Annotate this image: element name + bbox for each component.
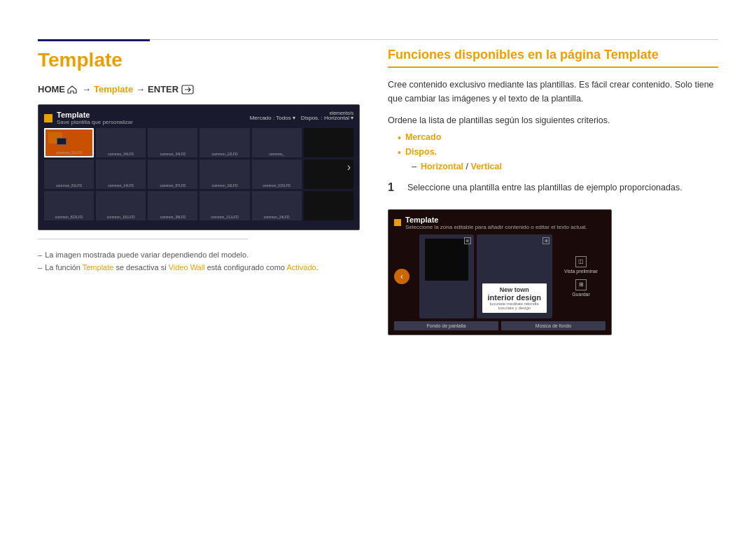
ts2-save-label: Guardar: [572, 292, 590, 297]
vertical-label: Vertical: [471, 162, 502, 171]
ts-title: Template: [57, 111, 133, 119]
ts-dropdown-mercado-label: Mercado : Todos: [250, 115, 291, 121]
note-1-text: La imagen mostrada puede variar dependie…: [45, 251, 248, 259]
ts2-title: Template: [405, 216, 587, 224]
chevron-down-icon: ▾: [293, 115, 295, 121]
cell-label: common_14LFD: [96, 183, 146, 188]
ts2-screens: ⊕ ⊕ New town interior design luxuriate m…: [419, 234, 552, 318]
table-row[interactable]: common_12LFD: [200, 128, 249, 157]
ts-dropdown-dispos[interactable]: Dispos. : Horizontal ▾: [301, 115, 354, 121]
ts2-small-icon-1: ⊕: [465, 238, 469, 243]
ts2-left-nav: ‹: [394, 234, 415, 318]
cell-label: common_822LFD: [44, 215, 94, 219]
table-row[interactable]: common_14LFD: [96, 160, 146, 189]
chevron-left-icon: ‹: [400, 272, 403, 281]
cell-label: common_81LFD: [44, 183, 94, 188]
cell-label: common_12LFD: [200, 152, 249, 156]
ts2-screen-main: ⊕ New town interior design luxuriate med…: [477, 234, 553, 318]
cell-label: common_34LFD: [148, 152, 197, 156]
ts2-tagline: luxuriate meditate rekindle luxuriate y …: [486, 302, 543, 310]
next-arrow-icon[interactable]: ›: [347, 161, 351, 174]
highlight-videowall: Video Wall: [169, 263, 205, 272]
cell-label: common_: [252, 152, 302, 156]
table-row[interactable]: common_81LFD: [44, 160, 94, 189]
cell-label: common_10LFD: [200, 183, 249, 188]
top-dividers: [38, 39, 718, 41]
breadcrumb-arrow2: →: [136, 84, 145, 94]
ts-brand-icon: [44, 114, 52, 122]
breadcrumb-template: Template: [94, 84, 133, 94]
table-row[interactable]: common_51LFD: [44, 128, 94, 157]
note-2-text: La función Template se desactiva si Vide…: [45, 263, 318, 272]
ts2-new-town: New town: [486, 286, 543, 293]
right-divider: [150, 39, 718, 41]
ts2-preview-label: Vista preliminar: [564, 269, 598, 274]
bullet-dispos-label: Dispos.: [405, 147, 437, 157]
ts-dropdown-mercado[interactable]: Mercado : Todos ▾: [250, 115, 295, 121]
cell-label: common_38LFD: [148, 215, 197, 219]
bullet-dot-2: •: [398, 147, 401, 159]
template-screenshot-2: Template Seleccione la zona editable par…: [388, 209, 612, 335]
ts-header: Template Save plantilla que personalizar…: [44, 111, 354, 125]
table-row[interactable]: common_87LFD: [148, 160, 197, 189]
ts2-header: Template Seleccione la zona editable par…: [394, 216, 606, 230]
cell-label: common_211LFD: [200, 215, 249, 219]
bullet-item-dispos: • Dispos.: [398, 147, 718, 159]
ts2-small-icon-2: ⊕: [545, 238, 548, 243]
ts2-footer-btn-fondo[interactable]: Fondo de pantalla: [394, 321, 498, 330]
right-section-title: Funciones disponibles en la página Templ…: [388, 48, 718, 68]
right-column: Funciones disponibles en la página Templ…: [388, 42, 718, 506]
table-row[interactable]: common_: [252, 128, 302, 157]
ts-dropdown-dispos-label: Dispos. : Horizontal: [301, 115, 349, 121]
breadcrumb: HOME → Template → ENTER: [38, 84, 360, 94]
horizontal-label: Horizontal: [421, 162, 463, 171]
ts2-preview-button[interactable]: ◫ Vista preliminar: [556, 256, 606, 274]
left-divider: [38, 39, 150, 41]
table-row[interactable]: common_10LFD: [200, 160, 249, 189]
ts2-save-button[interactable]: ⊞ Guardar: [556, 279, 606, 297]
cell-label: common_24LFD: [252, 215, 302, 219]
ts2-prev-button[interactable]: ‹: [394, 269, 410, 284]
table-row[interactable]: common_015LFD: [252, 160, 302, 189]
table-row[interactable]: common_38LFD: [148, 191, 197, 220]
breadcrumb-enter: ENTER: [148, 84, 178, 94]
home-icon: [67, 85, 77, 94]
template-screenshot: Template Save plantilla que personalizar…: [38, 104, 360, 230]
ts-subtitle: Save plantilla que personalizar: [57, 119, 133, 125]
cell-label: common_51LFD: [46, 150, 92, 155]
cell-label: common_015LFD: [252, 183, 302, 188]
left-column: Template HOME → Template → ENTER Templat…: [38, 42, 360, 506]
chevron-down-icon-2: ▾: [351, 115, 354, 121]
note-1: – La imagen mostrada puede variar depend…: [38, 251, 360, 259]
bullet-list: • Mercado • Dispos. – Horizontal / Verti…: [398, 132, 718, 171]
ts2-right-buttons: ◫ Vista preliminar ⊞ Guardar: [556, 234, 606, 318]
save-icon: ⊞: [575, 279, 587, 290]
right-description: Cree contenido exclusivo mediante las pl…: [388, 78, 718, 106]
enter-icon: [181, 85, 194, 94]
ts2-text-box: New town interior design luxuriate medit…: [482, 283, 547, 313]
table-row[interactable]: common_151LFD: [96, 191, 146, 220]
ts2-brand-icon: [394, 219, 401, 226]
table-row[interactable]: common_24LFD: [252, 191, 302, 220]
table-row[interactable]: common_211LFD: [200, 191, 249, 220]
page-container: Template HOME → Template → ENTER Templat…: [0, 0, 756, 534]
bullet-dot: •: [398, 132, 401, 144]
ts2-body: ‹ ⊕ ⊕: [394, 234, 606, 318]
notes-section: – La imagen mostrada puede variar depend…: [38, 251, 360, 276]
note-2: – La función Template se desactiva si Vi…: [38, 263, 360, 272]
cell-label: common_34LFD: [96, 152, 146, 156]
table-row[interactable]: common_34LFD: [96, 128, 146, 157]
note-dash-2: –: [38, 263, 42, 272]
save-icon-symbol: ⊞: [579, 281, 584, 288]
ts-elements: elemento/s: [330, 111, 354, 115]
preview-icon-symbol: ◫: [578, 258, 584, 265]
table-row: [304, 128, 354, 157]
ts2-footer-btn-musica[interactable]: Música de fondo: [501, 321, 606, 330]
section-divider: [38, 239, 248, 239]
ts-title-area: Template Save plantilla que personalizar: [44, 111, 133, 125]
cell-label: common_151LFD: [96, 215, 146, 219]
table-row[interactable]: common_34LFD: [148, 128, 197, 157]
table-row[interactable]: common_822LFD: [44, 191, 94, 220]
table-row: [304, 191, 354, 220]
bullet-item-mercado: • Mercado: [398, 132, 718, 144]
